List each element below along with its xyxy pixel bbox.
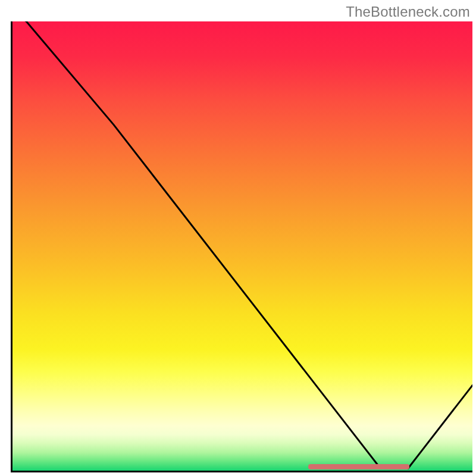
chart-container: TheBottleneck.com: [0, 0, 476, 476]
bottom-band: [12, 464, 472, 471]
optimal-range-marker: [308, 464, 410, 469]
plot-area: [11, 21, 472, 472]
line-curve: [12, 21, 472, 471]
watermark-text: TheBottleneck.com: [346, 4, 470, 20]
